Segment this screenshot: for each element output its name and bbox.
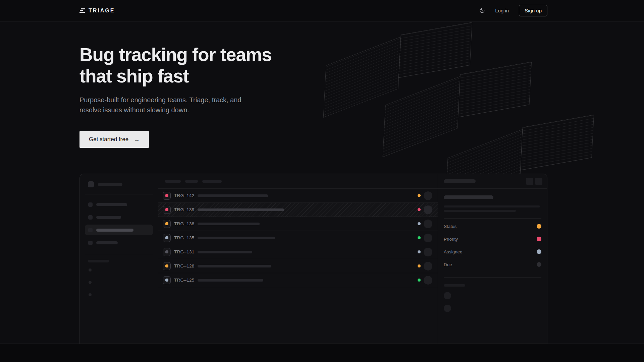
issue-status-dot: [418, 279, 421, 282]
mock-sidebar-nav: [85, 197, 153, 248]
property-value-dot: [537, 262, 541, 267]
site-header: TRIAGE Log in Sign up: [0, 0, 644, 21]
hero-subtitle: Purpose-built for engineering teams. Tri…: [79, 95, 547, 115]
property-label: Assignee: [444, 249, 463, 254]
issue-status-dot: [418, 222, 421, 225]
detail-action-buttons-skeleton: [526, 178, 542, 185]
toolbar-pill-skeleton: [202, 180, 222, 183]
issue-status-dot: [418, 236, 421, 239]
issue-status-dot: [418, 250, 421, 253]
issue-title-skeleton: [198, 251, 252, 253]
nav-icon-skeleton: [88, 241, 93, 245]
detail-action-skeleton: [526, 178, 533, 185]
assignee-avatar: [424, 276, 432, 285]
property-row: Status: [444, 220, 541, 233]
issue-type-icon: [163, 262, 171, 270]
issue-type-icon: [163, 192, 171, 200]
avatar-skeleton: [444, 292, 451, 299]
divider: [85, 255, 153, 255]
issue-type-icon: [163, 248, 171, 256]
issue-id: TRG–142: [174, 193, 196, 198]
divider: [85, 194, 153, 194]
toolbar-pill-skeleton: [165, 180, 181, 183]
issue-status-dot: [418, 194, 421, 197]
assignee-avatar: [424, 262, 432, 270]
sidebar-nav-item: [85, 199, 153, 210]
assignee-avatar: [424, 205, 432, 214]
issue-type-icon: [163, 276, 171, 284]
sidebar-item-bar: [96, 203, 127, 206]
issue-id: TRG–125: [174, 278, 196, 283]
comment-avatars: [444, 292, 541, 312]
moon-icon: [479, 8, 485, 13]
workspace-logo-skeleton: [88, 181, 94, 187]
issue-type-icon: [163, 206, 171, 214]
sidebar-workspace: [85, 181, 153, 187]
property-label: Status: [444, 224, 457, 229]
property-row: Priority: [444, 233, 541, 245]
mock-sidebar-dots: [89, 268, 153, 296]
arrow-right-icon: →: [133, 136, 140, 142]
mock-list-toolbar: [158, 174, 438, 189]
sidebar-nav-item: [85, 212, 153, 223]
description-line-skeleton: [444, 210, 516, 212]
property-value-dot: [537, 237, 541, 241]
issue-id: TRG–139: [174, 207, 196, 212]
issue-id: TRG–131: [174, 249, 196, 254]
sidebar-nav-item: [85, 225, 153, 235]
app-mockup: TRG–142 TRG–139 TRG–138 TRG–135 TRG–: [79, 174, 547, 344]
mockup-sidebar: [80, 174, 158, 344]
issue-title-skeleton: [198, 208, 284, 211]
description-line-skeleton: [444, 205, 540, 207]
hero-section: Bug tracking for teams that ship fast Pu…: [0, 21, 644, 344]
signup-button[interactable]: Sign up: [519, 5, 547, 16]
divider: [444, 218, 541, 219]
login-link[interactable]: Log in: [495, 8, 509, 13]
sidebar-item-bar: [96, 241, 118, 244]
property-label: Priority: [444, 237, 458, 242]
issue-type-icon: [163, 220, 171, 228]
issue-title-skeleton: [198, 194, 268, 197]
assignee-avatar: [424, 191, 432, 200]
property-value-dot: [537, 224, 541, 229]
mock-detail-props: Status Priority Assignee Due: [444, 220, 541, 271]
mockup-detail-panel: Status Priority Assignee Due: [438, 174, 547, 344]
divider: [444, 277, 541, 278]
brand-logo[interactable]: TRIAGE: [79, 8, 115, 14]
nav-icon-skeleton: [88, 228, 93, 232]
nav-icon-skeleton: [88, 202, 93, 207]
issue-title-skeleton: [444, 195, 493, 199]
sidebar-section-label-skeleton: [88, 260, 109, 262]
issue-row: TRG–139: [158, 203, 438, 217]
workspace-name-skeleton: [98, 183, 122, 186]
issue-id: TRG–135: [174, 235, 196, 240]
hero-title: Bug tracking for teams that ship fast: [79, 44, 547, 87]
issue-type-icon: [163, 234, 171, 242]
brand-name: TRIAGE: [89, 8, 115, 14]
issue-id: TRG–128: [174, 263, 196, 268]
issue-title-skeleton: [198, 223, 260, 225]
issue-status-dot: [418, 264, 421, 267]
issue-row: TRG–135: [158, 231, 438, 245]
avatar-skeleton: [444, 305, 451, 312]
mock-issue-list: TRG–142 TRG–139 TRG–138 TRG–135 TRG–: [158, 189, 438, 287]
issue-row: TRG–131: [158, 245, 438, 259]
get-started-button[interactable]: Get started free →: [79, 131, 149, 148]
property-value-dot: [537, 249, 541, 254]
assignee-avatar: [424, 234, 432, 242]
sidebar-item-bar: [96, 229, 133, 232]
issue-row: TRG–128: [158, 259, 438, 273]
property-row: Assignee: [444, 245, 541, 258]
theme-toggle-button[interactable]: [479, 8, 485, 13]
issue-title-skeleton: [198, 265, 271, 267]
comments-label-skeleton: [444, 284, 465, 287]
sidebar-nav-item: [85, 237, 153, 248]
issue-status-dot: [418, 208, 421, 211]
issue-row: TRG–138: [158, 217, 438, 231]
issue-title-skeleton: [198, 279, 263, 282]
sidebar-dot-skeleton: [89, 281, 92, 284]
issue-title-skeleton: [198, 237, 275, 239]
sidebar-dot-skeleton: [89, 293, 92, 296]
toolbar-pill-skeleton: [185, 180, 198, 183]
issue-row: TRG–142: [158, 189, 438, 203]
